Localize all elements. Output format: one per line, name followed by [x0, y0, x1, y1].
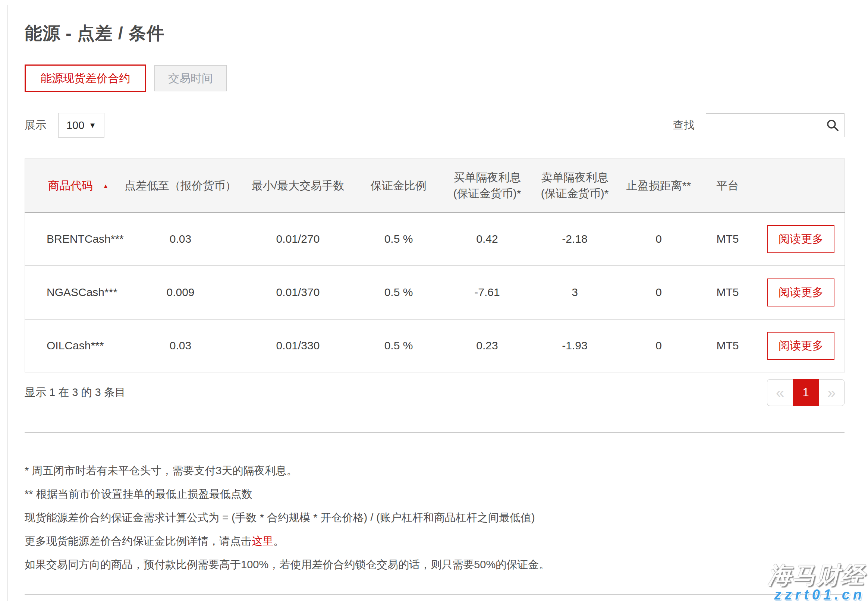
entries-summary: 显示 1 在 3 的 3 条目: [24, 385, 126, 400]
cell-tp-sl: 0: [620, 212, 698, 266]
chevron-down-icon: ▼: [89, 121, 96, 130]
footnotes: * 周五闭市时若有未平仓头寸，需要支付3天的隔夜利息。 ** 根据当前市价设置挂…: [24, 464, 845, 571]
column-header-tp-sl[interactable]: 止盈损距离**: [620, 159, 698, 212]
cell-spread: 0.03: [118, 319, 243, 372]
cell-swap-short: 3: [530, 266, 620, 319]
cell-lots: 0.01/330: [243, 319, 353, 372]
cell-lots: 0.01/370: [243, 266, 353, 319]
column-header-actions: [758, 159, 845, 212]
sort-asc-icon: ▲: [102, 183, 109, 190]
cell-lots: 0.01/270: [243, 212, 353, 266]
show-entries-label: 展示: [24, 118, 46, 133]
footnote-swap-friday: * 周五闭市时若有未平仓头寸，需要支付3天的隔夜利息。: [24, 464, 845, 477]
table-controls: 展示 100 ▼ 查找: [24, 113, 845, 137]
table-header-row: 商品代码▲ 点差低至（报价货币） 最小/最大交易手数 保证金比例 买单隔夜利息 …: [25, 159, 845, 212]
cell-platform: MT5: [698, 319, 758, 372]
cell-tp-sl: 0: [620, 266, 698, 319]
page-title: 能源 - 点差 / 条件: [24, 21, 845, 45]
bottom-divider: [24, 594, 845, 595]
column-header-swap-long[interactable]: 买单隔夜利息 (保证金货币)*: [444, 159, 530, 212]
column-header-lots[interactable]: 最小/最大交易手数: [243, 159, 353, 212]
footnote-margin-formula: 现货能源差价合约保证金需求计算公式为 = (手数 * 合约规模 * 开仓价格) …: [24, 511, 845, 524]
cell-symbol: NGASCash***: [25, 266, 118, 319]
column-header-spread[interactable]: 点差低至（报价货币）: [118, 159, 243, 212]
search-label: 查找: [673, 118, 695, 133]
table-row: OILCash*** 0.03 0.01/330 0.5 % 0.23 -1.9…: [25, 319, 845, 372]
cell-swap-long: -7.61: [444, 266, 530, 319]
footnote-min-stop-level: ** 根据当前市价设置挂单的最低止损盈最低点数: [24, 488, 845, 500]
cell-swap-long: 0.42: [444, 212, 530, 266]
column-header-symbol[interactable]: 商品代码▲: [25, 159, 118, 212]
tab-energy-spot-cfd[interactable]: 能源现货差价合约: [24, 64, 146, 92]
cell-platform: MT5: [698, 212, 758, 266]
cell-margin: 0.5 %: [353, 319, 444, 372]
content-panel: 能源 - 点差 / 条件 能源现货差价合约 交易时间 展示 100 ▼ 查找: [7, 5, 856, 601]
cell-margin: 0.5 %: [353, 266, 444, 319]
read-more-button[interactable]: 阅读更多: [767, 225, 834, 253]
table-row: NGASCash*** 0.009 0.01/370 0.5 % -7.61 3…: [25, 266, 845, 319]
instruments-table: 商品代码▲ 点差低至（报价货币） 最小/最大交易手数 保证金比例 买单隔夜利息 …: [24, 159, 845, 372]
cell-swap-long: 0.23: [444, 319, 530, 372]
pagination: « 1 »: [767, 379, 845, 406]
column-header-margin[interactable]: 保证金比例: [353, 159, 444, 212]
table-row: BRENTCash*** 0.03 0.01/270 0.5 % 0.42 -2…: [25, 212, 845, 266]
cell-platform: MT5: [698, 266, 758, 319]
search-input[interactable]: [706, 113, 845, 137]
read-more-button[interactable]: 阅读更多: [767, 332, 834, 360]
cell-margin: 0.5 %: [353, 212, 444, 266]
table-footer: 显示 1 在 3 的 3 条目 « 1 »: [24, 379, 845, 406]
cell-symbol: OILCash***: [25, 319, 118, 372]
cell-spread: 0.009: [118, 266, 243, 319]
read-more-button[interactable]: 阅读更多: [767, 279, 834, 307]
pagination-prev-button[interactable]: «: [767, 379, 793, 406]
cell-swap-short: -2.18: [530, 212, 620, 266]
page-size-value: 100: [66, 119, 84, 131]
here-link[interactable]: 这里: [252, 535, 273, 547]
cell-spread: 0.03: [118, 212, 243, 266]
tab-trading-hours[interactable]: 交易时间: [154, 65, 227, 92]
page-size-select[interactable]: 100 ▼: [58, 113, 104, 137]
column-header-platform[interactable]: 平台: [698, 159, 758, 212]
cell-swap-short: -1.93: [530, 319, 620, 372]
section-divider: [24, 432, 845, 433]
tab-bar: 能源现货差价合约 交易时间: [24, 64, 845, 92]
footnote-hedged-margin: 如果交易同方向的商品，预付款比例需要高于100%，若使用差价合约锁仓交易的话，则…: [24, 558, 845, 571]
cell-symbol: BRENTCash***: [25, 212, 118, 266]
pagination-next-button[interactable]: »: [818, 379, 845, 406]
cell-tp-sl: 0: [620, 319, 698, 372]
pagination-page-1-button[interactable]: 1: [793, 379, 819, 406]
column-header-swap-short[interactable]: 卖单隔夜利息 (保证金货币)*: [530, 159, 620, 212]
footnote-margin-details: 更多现货能源差价合约保证金比例详情，请点击这里。: [24, 535, 845, 547]
